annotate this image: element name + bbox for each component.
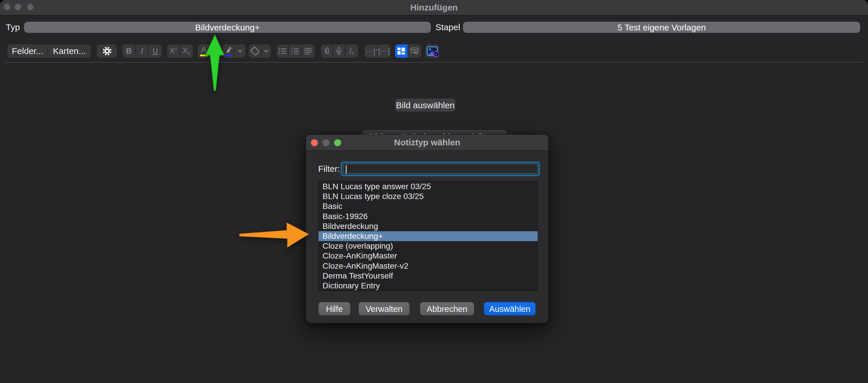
deck-selector-button[interactable]: 5 Test eigene Vorlagen — [463, 22, 860, 33]
toolbar-group-occlusion — [395, 44, 421, 58]
toolbar-group-media: fx — [321, 44, 358, 58]
gear-button[interactable] — [97, 44, 117, 58]
bold-icon: B — [126, 46, 132, 56]
notetype-row[interactable]: BLN Lucas type cloze 03/25 — [318, 191, 538, 201]
notetype-row[interactable]: Bildverdeckung — [318, 221, 538, 231]
chevron-down-icon — [264, 49, 269, 53]
image-add-icon: + — [427, 46, 438, 56]
window-titlebar[interactable]: Hinzufügen — [0, 0, 868, 16]
toolbar-group-eraser — [249, 44, 271, 58]
toolbar-group-image-add: + — [426, 44, 439, 58]
notetype-row[interactable]: Bildverdeckung+ — [318, 231, 538, 241]
manage-button[interactable]: Verwalten — [359, 302, 410, 315]
cards-button[interactable]: Karten... — [48, 44, 91, 58]
eraser-icon — [250, 46, 259, 56]
math-button[interactable]: fx — [345, 44, 358, 58]
occlusion-table-button[interactable] — [408, 44, 421, 58]
choose-button[interactable]: Auswählen — [484, 302, 536, 315]
cloze-icon: [⋯]+ — [365, 47, 378, 56]
justify-icon — [304, 47, 312, 55]
occlusion-grid-icon — [397, 47, 405, 55]
gear-icon — [102, 46, 112, 56]
window-title: Hinzufügen — [0, 0, 868, 15]
deck-label: Stapel — [435, 22, 460, 33]
toolbar-group-cloze: [⋯]+ [⋯] — [365, 44, 391, 58]
chevron-down-icon — [238, 49, 242, 53]
numbered-list-icon: 1 2 3 — [291, 47, 299, 55]
notetype-row[interactable]: BLN Lucas type answer 03/25 — [318, 182, 538, 191]
fields-button[interactable]: Felder... — [7, 44, 48, 58]
notetype-dialog: Notiztyp wählen Filter: BLN Lucas type a… — [306, 134, 549, 323]
occlusion-mask-button[interactable] — [395, 44, 408, 58]
attach-button[interactable] — [321, 44, 333, 58]
green-arrow-annotation — [203, 32, 227, 93]
microphone-icon — [335, 47, 343, 55]
toolbar-group-settings — [97, 44, 117, 58]
filter-label: Filter: — [318, 162, 340, 176]
italic-icon: I — [141, 46, 143, 56]
paperclip-icon — [323, 47, 331, 55]
notetype-row[interactable]: Cloze (overlapping) — [318, 241, 538, 251]
text-caret — [346, 165, 347, 174]
select-image-button[interactable]: Bild auswählen — [395, 99, 455, 111]
dialog-titlebar[interactable]: Notiztyp wählen — [306, 135, 548, 151]
superscript-button[interactable]: X2 — [167, 44, 180, 58]
svg-text:3: 3 — [291, 52, 292, 55]
toolbar-group-fields-cards: Felder... Karten... — [7, 44, 91, 58]
screen: Hinzufügen Typ Bildverdeckung+ Stapel 5 … — [0, 0, 868, 383]
toolbar-group-biu: B I U — [123, 44, 162, 58]
toolbar-group-lists: 1 2 3 — [277, 44, 314, 58]
filter-input[interactable] — [343, 164, 538, 174]
underline-button[interactable]: U — [149, 44, 162, 58]
notetype-row[interactable]: Cloze-AnKingMaster-v2 — [318, 261, 538, 271]
orange-arrow-annotation — [237, 219, 312, 250]
cloze-new-button[interactable]: [⋯]+ — [365, 44, 378, 58]
subscript-button[interactable]: X2 — [180, 44, 193, 58]
help-button[interactable]: Hilfe — [318, 302, 350, 315]
math-icon: fx — [349, 46, 354, 56]
alignment-button[interactable] — [302, 44, 314, 58]
notetype-row[interactable]: Basic — [318, 201, 538, 211]
add-note-window: Hinzufügen Typ Bildverdeckung+ Stapel 5 … — [0, 0, 868, 383]
notetype-row[interactable]: Dictionary Entry — [318, 281, 538, 291]
filter-input-focus-ring — [341, 162, 540, 176]
bullet-list-icon — [278, 47, 286, 55]
record-audio-button[interactable] — [333, 44, 345, 58]
superscript-icon: X2 — [169, 47, 177, 55]
numbered-list-button[interactable]: 1 2 3 — [289, 44, 302, 58]
notetype-row[interactable]: Basic-19926 — [318, 212, 538, 221]
cancel-button[interactable]: Abbrechen — [420, 302, 474, 315]
cloze-alt-icon: [⋯] — [378, 47, 390, 55]
toolbar-separator — [5, 62, 863, 63]
dialog-title: Notiztyp wählen — [306, 135, 548, 150]
cloze-same-button[interactable]: [⋯] — [378, 44, 391, 58]
notetype-row[interactable]: Derma TestYourself — [318, 271, 538, 281]
italic-button[interactable]: I — [136, 44, 149, 58]
highlight-dropdown[interactable] — [235, 44, 245, 58]
notetype-row[interactable]: Cloze-AnKingMaster — [318, 251, 538, 261]
table-refresh-icon — [410, 47, 420, 56]
notetype-selector-button[interactable]: Bildverdeckung+ — [24, 22, 431, 33]
toolbar-group-supsub: X2 X2 — [167, 44, 193, 58]
type-label: Typ — [6, 22, 20, 33]
notetype-list[interactable]: BLN Lucas type answer 03/25BLN Lucas typ… — [318, 181, 538, 291]
bullet-list-button[interactable] — [277, 44, 289, 58]
add-image-occlusion-button[interactable]: + — [426, 44, 439, 58]
eraser-dropdown[interactable] — [261, 44, 271, 58]
bold-button[interactable]: B — [123, 44, 136, 58]
remove-formatting-button[interactable] — [249, 44, 261, 58]
underline-icon: U — [153, 47, 158, 56]
subscript-icon: X2 — [183, 46, 190, 56]
